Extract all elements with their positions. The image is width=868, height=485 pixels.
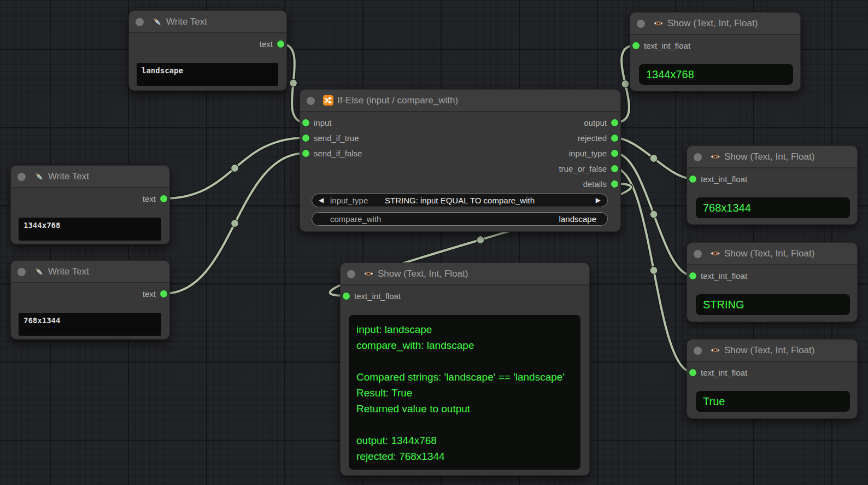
text-area[interactable]: 768x1344 [19,313,161,336]
input-slot-text_int_float[interactable] [689,369,696,376]
node-title: Show (Text, Int, Float) [724,146,814,167]
output-slot-input_type[interactable] [611,150,618,157]
output-slot-details[interactable] [611,180,618,188]
node-write-text-1[interactable]: Write Texttextlandscape [128,10,287,91]
widget-value: landscape [559,213,596,225]
slot-label: details [583,179,607,190]
collapse-dot[interactable] [307,97,315,105]
link-midpoint-dot [650,211,658,218]
pen-icon [34,171,44,182]
slot-label: rejected [578,133,607,144]
input-slot-text_int_float[interactable] [343,293,350,300]
input-slot-send_if_false[interactable] [302,150,309,157]
text-widget-compare_with[interactable]: compare_withlandscape [312,212,608,226]
node-title: Write Text [166,11,207,32]
slot-label: text_int_float [701,271,747,282]
node-title: If-Else (input / compare_with) [337,90,458,111]
eye-icon [710,248,720,259]
value-display: 768x1344 [696,197,850,218]
input-slot-text_int_float[interactable] [689,272,696,279]
node-show-4[interactable]: Show (Text, Int, Float)text_int_floatTru… [687,339,858,419]
output-slot-output[interactable] [611,119,618,126]
node-title: Show (Text, Int, Float) [378,263,468,284]
node-title-bar[interactable]: Show (Text, Int, Float) [687,146,857,168]
pen-icon [34,266,44,277]
node-canvas[interactable]: Write TexttextlandscapeWrite Texttext134… [0,0,868,485]
text-area[interactable]: landscape [137,63,278,86]
output-line [356,353,575,369]
link-midpoint-dot [290,79,297,87]
node-title: Show (Text, Int, Float) [667,13,758,34]
node-write-text-3[interactable]: Write Texttext768x1344 [10,260,170,340]
eye-icon [710,151,720,162]
collapse-dot[interactable] [694,153,702,161]
output-line [356,417,575,433]
output-slot-rejected[interactable] [611,135,618,142]
input-slot-send_if_true[interactable] [302,135,309,142]
output-line: Result: True [356,385,575,401]
slot-label: text_int_float [701,367,747,378]
slot-label: true_or_false [559,163,607,174]
node-write-text-2[interactable]: Write Texttext1344x768 [10,165,170,244]
eye-icon [710,345,720,355]
output-slot-text[interactable] [277,40,284,48]
value-display: 1344x768 [639,64,793,85]
node-if-else[interactable]: If-Else (input / compare_with)inputsend_… [300,89,621,232]
node-title-bar[interactable]: Write Text [129,11,286,33]
pen-icon [152,16,162,27]
link-midpoint-dot [231,165,239,172]
output-line: Compared strings: 'landscape' == 'landsc… [356,369,575,385]
slot-label: send_if_false [314,148,362,159]
node-title: Show (Text, Int, Float) [724,340,814,361]
combo-input_type[interactable]: ◀▶input_typeSTRING: input EQUAL TO compa… [312,194,608,207]
value-display: STRING [696,294,850,315]
output-line: output: 1344x768 [356,433,575,448]
link-midpoint-dot [477,236,484,244]
collapse-dot[interactable] [136,18,144,26]
node-show-3[interactable]: Show (Text, Int, Float)text_int_floatSTR… [687,242,858,322]
node-title: Show (Text, Int, Float) [724,243,814,264]
output-line: rejected: 768x1344 [356,448,575,464]
combo-prev-icon[interactable]: ◀ [319,194,324,207]
collapse-dot[interactable] [347,270,355,278]
slot-label: send_if_true [314,133,359,144]
output-line: compare_with: landscape [356,337,575,353]
eye-icon [653,18,664,28]
text-area[interactable]: 1344x768 [19,218,161,241]
node-title: Write Text [48,166,89,187]
node-show-2[interactable]: Show (Text, Int, Float)text_int_float768… [687,145,858,225]
node-title-bar[interactable]: Show (Text, Int, Float) [687,340,857,362]
slot-label: text_int_float [644,40,690,51]
widget-label: compare_with [330,213,381,225]
node-title-bar[interactable]: Show (Text, Int, Float) [687,243,857,265]
node-show-1[interactable]: Show (Text, Int, Float)text_int_float134… [630,12,801,91]
input-slot-input[interactable] [302,119,309,126]
input-slot-text_int_float[interactable] [689,176,696,183]
link-midpoint-dot [650,155,658,162]
slot-label: input [314,118,332,128]
node-title-bar[interactable]: If-Else (input / compare_with) [300,90,620,112]
slot-label: text [260,39,273,50]
collapse-dot[interactable] [694,347,702,355]
output-slot-text[interactable] [160,290,167,297]
output-slot-true_or_false[interactable] [611,165,618,172]
node-title-bar[interactable]: Show (Text, Int, Float) [630,13,800,35]
collapse-dot[interactable] [17,268,26,276]
slot-label: text_int_float [354,291,401,302]
slot-label: text [143,194,156,204]
node-title: Write Text [48,261,89,282]
collapse-dot[interactable] [637,20,645,28]
slot-label: text_int_float [701,174,747,185]
slot-label: text [143,289,156,300]
input-slot-text_int_float[interactable] [632,42,640,49]
collapse-dot[interactable] [694,250,702,258]
slot-label: input_type [569,148,607,159]
node-show-details[interactable]: Show (Text, Int, Float)text_int_floatinp… [340,262,590,476]
output-slot-text[interactable] [160,195,167,202]
collapse-dot[interactable] [17,173,26,181]
node-title-bar[interactable]: Show (Text, Int, Float) [341,263,589,285]
link-midpoint-dot [650,267,658,274]
node-title-bar[interactable]: Write Text [11,166,169,188]
combo-next-icon[interactable]: ▶ [596,194,601,207]
node-title-bar[interactable]: Write Text [11,261,169,283]
